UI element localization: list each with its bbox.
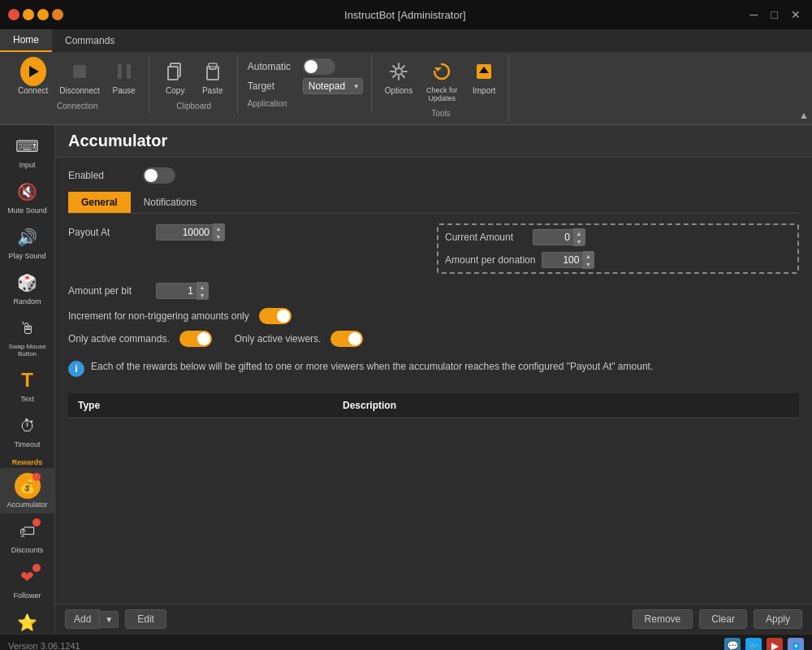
text-icon: T	[15, 367, 41, 393]
amount-per-donation-input[interactable]	[542, 252, 582, 268]
svg-point-9	[395, 68, 402, 75]
connect-button[interactable]: Connect	[15, 55, 51, 98]
remove-button[interactable]: Remove	[633, 609, 693, 629]
amount-per-bit-input[interactable]	[156, 283, 197, 299]
increment-label: Increment for non-triggering amounts onl…	[68, 310, 249, 322]
sidebar-item-swap-mouse[interactable]: 🖱 Swap Mouse Button	[0, 310, 54, 362]
paste-label: Paste	[202, 86, 223, 95]
connection-group-label: Connection	[57, 102, 98, 110]
tab-notifications[interactable]: Notifications	[131, 192, 209, 213]
amount-per-donation-up[interactable]: ▲	[582, 252, 594, 260]
discounts-label: Discounts	[11, 546, 44, 554]
icon-red	[8, 9, 19, 20]
amount-per-bit-up[interactable]: ▲	[197, 283, 208, 291]
automatic-toggle[interactable]	[303, 58, 335, 75]
only-active-commands-toggle[interactable]	[179, 331, 212, 347]
current-amount-down[interactable]: ▼	[573, 237, 585, 245]
amount-per-donation-row: Amount per donation ▲ ▼	[445, 251, 791, 269]
check-updates-button[interactable]: Check for Updates	[421, 55, 463, 106]
sidebar-item-text[interactable]: T Text	[0, 362, 54, 408]
content-area: Accumulator Enabled General Notification…	[55, 125, 812, 634]
connect-icon	[20, 58, 46, 84]
bottom-bar: Add ▼ Edit Remove Clear Apply	[55, 604, 812, 634]
play-sound-icon: 🔊	[15, 224, 41, 250]
swap-mouse-icon: 🖱	[15, 315, 41, 341]
enabled-toggle[interactable]	[143, 167, 175, 184]
tab-general[interactable]: General	[68, 192, 131, 213]
payout-at-label: Payout At	[68, 227, 149, 238]
col-type: Type	[68, 393, 333, 418]
import-button[interactable]: Import	[468, 55, 500, 98]
target-select[interactable]: Notepad	[303, 78, 363, 94]
col-description: Description	[333, 393, 799, 418]
add-button[interactable]: Add	[65, 609, 100, 629]
amount-per-bit-spinner[interactable]: ▲ ▼	[197, 282, 209, 300]
clear-button[interactable]: Clear	[699, 609, 747, 629]
target-select-wrapper[interactable]: Notepad	[303, 78, 363, 94]
current-amount-input[interactable]	[533, 229, 573, 245]
close-button[interactable]: ✕	[788, 8, 804, 21]
menu-tab-home[interactable]: Home	[0, 29, 52, 52]
info-box: i Each of the rewards below will be gift…	[68, 353, 799, 384]
sidebar-item-follower[interactable]: ❤ Follower	[0, 559, 54, 604]
ribbon-collapse-button[interactable]: ▲	[799, 110, 809, 121]
app-title: InstructBot [Administrator]	[63, 9, 747, 21]
amount-per-donation-spinner[interactable]: ▲ ▼	[582, 251, 594, 269]
title-bar-left	[8, 9, 63, 20]
payout-at-spinner[interactable]: ▲ ▼	[213, 223, 225, 241]
form-area: Payout At ▲ ▼ Current Amount	[68, 223, 799, 274]
payout-at-up[interactable]: ▲	[213, 224, 224, 232]
sidebar-item-accumulator[interactable]: 💰 Accumulator	[0, 468, 54, 514]
pause-button[interactable]: Pause	[108, 55, 140, 98]
subscriber-icon: ⭐	[15, 609, 41, 634]
rewards-table: Type Description	[68, 393, 799, 418]
window-controls[interactable]: ─ □ ✕	[747, 8, 804, 21]
payout-at-down[interactable]: ▼	[213, 232, 224, 240]
sidebar-item-input[interactable]: ⌨ Input	[0, 128, 54, 174]
random-icon: 🎲	[15, 270, 41, 296]
sidebar-item-random[interactable]: 🎲 Random	[0, 265, 54, 310]
apply-button[interactable]: Apply	[754, 609, 802, 629]
icon-yellow	[23, 9, 34, 20]
sidebar: ⌨ Input 🔇 Mute Sound 🔊 Play Sound 🎲 Rand…	[0, 125, 55, 634]
sidebar-item-play-sound[interactable]: 🔊 Play Sound	[0, 219, 54, 265]
check-updates-label: Check for Updates	[424, 86, 460, 102]
payout-at-input[interactable]	[156, 224, 213, 240]
sidebar-item-mute-sound[interactable]: 🔇 Mute Sound	[0, 174, 54, 219]
current-amount-spinner[interactable]: ▲ ▼	[573, 228, 585, 246]
sidebar-item-subscriber[interactable]: ⭐ Subscriber	[0, 604, 54, 634]
text-label: Text	[20, 395, 34, 403]
mute-sound-icon: 🔇	[15, 179, 41, 205]
add-dropdown-arrow[interactable]: ▼	[100, 611, 119, 628]
menu-tab-commands[interactable]: Commands	[52, 29, 127, 52]
sidebar-item-discounts[interactable]: 🏷 Discounts	[0, 514, 54, 559]
sidebar-item-timeout[interactable]: ⏱ Timeout	[0, 408, 54, 453]
ribbon-group-connection: Connect Disconnect Pause	[6, 55, 149, 114]
rewards-section-label: Rewards	[0, 453, 54, 468]
pause-icon	[111, 58, 137, 84]
copy-label: Copy	[166, 86, 184, 95]
discounts-icon: 🏷	[15, 518, 41, 544]
amount-per-bit-down[interactable]: ▼	[197, 291, 208, 299]
discounts-badge	[32, 518, 41, 526]
status-icons: 💬 🐦 ▶ 💠	[724, 638, 804, 651]
status-icon-youtube: ▶	[767, 638, 783, 651]
random-label: Random	[13, 297, 41, 306]
maximize-button[interactable]: □	[768, 8, 781, 21]
only-active-viewers-toggle[interactable]	[330, 331, 363, 347]
copy-button[interactable]: Copy	[159, 55, 192, 98]
play-sound-label: Play Sound	[8, 252, 45, 260]
disconnect-button[interactable]: Disconnect	[56, 55, 102, 98]
options-label: Options	[385, 86, 412, 95]
options-button[interactable]: Options	[382, 55, 416, 98]
import-label: Import	[473, 86, 495, 95]
current-amount-up[interactable]: ▲	[573, 229, 585, 237]
edit-button[interactable]: Edit	[125, 609, 166, 629]
paste-button[interactable]: Paste	[197, 55, 229, 98]
increment-toggle[interactable]	[259, 308, 292, 324]
minimize-button[interactable]: ─	[747, 8, 762, 21]
only-active-commands-label: Only active commands.	[68, 333, 170, 344]
amount-per-donation-down[interactable]: ▼	[582, 260, 594, 268]
timeout-icon: ⏱	[15, 413, 41, 439]
status-icon-chat: 💬	[724, 638, 741, 651]
